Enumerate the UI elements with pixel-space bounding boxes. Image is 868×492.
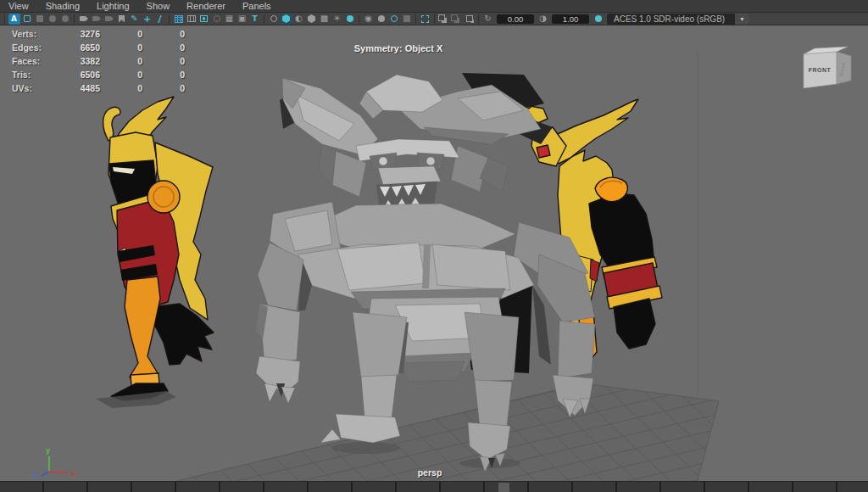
view-transform-dropdown[interactable]: ACES 1.0 SDR-video (sRGB) ▼ <box>607 14 749 25</box>
pencil-context-icon[interactable]: / <box>154 14 166 25</box>
menu-show[interactable]: Show <box>138 1 179 12</box>
maya-viewport-panel: View Shading Lighting Show Renderer Pane… <box>0 0 868 492</box>
film-gate-icon[interactable] <box>186 14 198 25</box>
dropdown-arrow-icon: ▼ <box>735 14 749 25</box>
menu-view[interactable]: View <box>0 1 37 12</box>
menu-lighting[interactable]: Lighting <box>88 1 138 12</box>
gamma-field[interactable]: 1.00 <box>552 14 589 24</box>
field-chart-icon[interactable]: ▦ <box>224 14 236 25</box>
occlusion-icon[interactable]: ◉ <box>363 14 375 25</box>
select-by-name-icon[interactable]: A <box>8 14 20 25</box>
safe-title-icon[interactable]: ▣ <box>236 14 248 25</box>
xray-icon[interactable] <box>438 14 450 25</box>
svg-text:y: y <box>46 446 50 455</box>
textured-mode-icon[interactable] <box>306 14 318 25</box>
bookmark-icon[interactable] <box>116 14 128 25</box>
pivot-icon[interactable]: + <box>142 14 153 25</box>
poly-count-hud: Verts:327600 Edges:665000 Faces:338200 T… <box>12 29 185 97</box>
isolate-select-icon[interactable] <box>420 14 431 25</box>
hud-row-uvs: UVs:448500 <box>12 83 185 97</box>
hud-row-edges: Edges:665000 <box>12 42 185 56</box>
gamma-icon[interactable]: ◑ <box>537 14 549 25</box>
xray-joints-icon[interactable] <box>451 14 463 25</box>
panel-menubar: View Shading Lighting Show Renderer Pane… <box>0 0 868 13</box>
symmetry-hud-label: Symmetry: Object X <box>354 43 443 53</box>
color-management-icon[interactable] <box>593 14 604 25</box>
grease-pencil-icon[interactable]: ✎ <box>129 14 141 25</box>
exposure-icon[interactable]: ↻ <box>482 14 494 25</box>
gate-mask-icon[interactable] <box>211 14 223 25</box>
svg-text:z: z <box>33 471 37 479</box>
exposure-field[interactable]: 0.00 <box>497 14 534 24</box>
motion-blur-icon[interactable] <box>376 14 387 25</box>
menu-renderer[interactable]: Renderer <box>178 1 234 12</box>
snap-view-icon[interactable] <box>59 14 71 25</box>
view-transform-value: ACES 1.0 SDR-video (sRGB) <box>607 14 735 24</box>
depth-peeling-icon[interactable] <box>401 14 413 25</box>
wireframe-mode-icon[interactable] <box>268 14 280 25</box>
region-select-icon[interactable] <box>464 14 476 25</box>
viewport-canvas[interactable]: y x z FRONT RIGHT Verts:327600 Edges:665… <box>0 26 868 481</box>
snap-grid-icon[interactable] <box>21 14 33 25</box>
hud-text-icon[interactable]: T <box>249 14 261 25</box>
hud-row-faces: Faces:338200 <box>12 56 185 70</box>
resolution-gate-icon[interactable] <box>198 14 210 25</box>
view-cube-front-label: FRONT <box>809 67 832 73</box>
snap-curve-icon[interactable] <box>34 14 46 25</box>
shadows-icon[interactable] <box>344 14 356 25</box>
lighting-icon[interactable]: ☀ <box>331 14 343 25</box>
panel-toolbar: A ✎ + / ▦ ▣ T ◐ ▩ ☀ ◉ <box>0 13 868 25</box>
camera-name-label: persp <box>418 467 442 478</box>
timeline-scrubber[interactable] <box>0 481 868 492</box>
camera-lock-icon[interactable] <box>91 14 103 25</box>
hud-row-verts: Verts:327600 <box>12 29 185 42</box>
anti-alias-icon[interactable] <box>388 14 400 25</box>
use-default-material-icon[interactable]: ▩ <box>319 14 331 25</box>
camera-select-icon[interactable] <box>78 14 90 25</box>
grid-toggle-icon[interactable] <box>173 14 185 25</box>
current-frame-marker[interactable] <box>498 483 509 492</box>
wireframe-on-shaded-icon[interactable]: ◐ <box>293 14 305 25</box>
menu-shading[interactable]: Shading <box>37 1 88 12</box>
hud-row-tris: Tris:650600 <box>12 70 185 83</box>
smooth-shade-icon[interactable] <box>281 14 292 25</box>
snap-point-icon[interactable] <box>47 14 58 25</box>
svg-text:x: x <box>71 469 75 478</box>
camera-attributes-icon[interactable] <box>103 14 115 25</box>
menu-panels[interactable]: Panels <box>234 1 280 12</box>
